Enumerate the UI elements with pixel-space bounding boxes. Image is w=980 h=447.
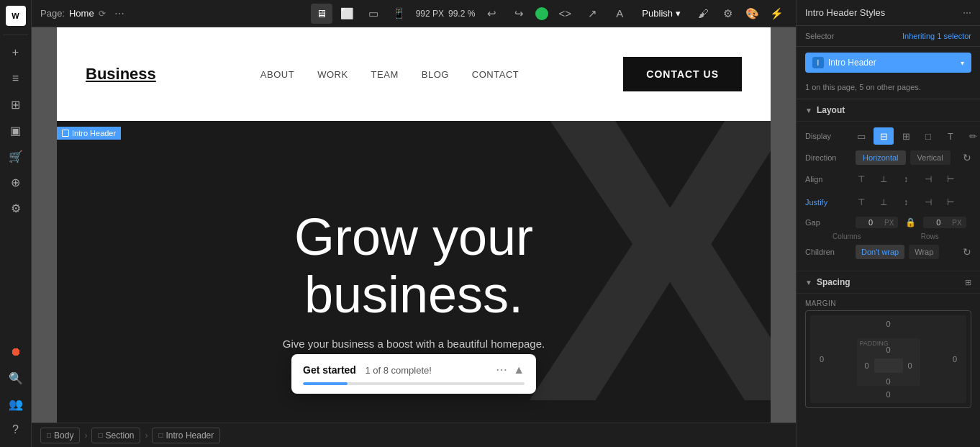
main-area: Page: Home ⟳ ⋯ 🖥 ⬜ ▭ 📱 992 PX 99.2 % ↩ ↪… [32,0,796,447]
padding-left[interactable]: 0 [860,361,874,370]
device-desktop-btn[interactable]: 🖥 [311,4,332,24]
padding-right[interactable]: 0 [903,361,917,370]
brush-icon[interactable]: 🖌 [692,4,714,24]
page-label: Page: [40,8,65,19]
nav-link-about[interactable]: ABOUT [260,69,294,80]
display-text-btn[interactable]: T [940,127,961,145]
undo-btn[interactable]: ↩ [481,4,502,24]
display-custom-btn[interactable]: ✏ [963,127,980,145]
direction-vertical-btn[interactable]: Vertical [910,150,950,165]
align-middle-btn[interactable]: ⊣ [918,171,938,188]
sidebar-icon-record[interactable]: ⏺ [4,340,27,364]
device-tablet-btn[interactable]: ⬜ [337,4,358,24]
device-mobile-btn[interactable]: 📱 [389,4,410,24]
padding-sides: 0 0 [857,356,920,376]
gap-col-unit: PX [884,219,894,227]
display-none-btn[interactable]: □ [918,127,938,145]
direction-label: Direction [805,153,851,162]
nav-cta-button[interactable]: CONTACT US [623,57,742,91]
code-btn[interactable]: <> [554,4,576,24]
sidebar-icon-layers[interactable]: ≡ [4,67,27,90]
canvas-wrapper: Intro Header Business ABOUT WORK TEAM BL… [32,27,796,423]
spacing-extra-icon[interactable]: ⊞ [965,278,971,287]
justify-center-btn[interactable]: ⊥ [874,194,894,211]
ai-btn[interactable]: A [609,4,630,24]
breadcrumb-intro-label: Intro Header [166,430,214,441]
align-icons: ⊤ ⊥ ↕ ⊣ ⊢ [851,171,961,188]
justify-space-btn[interactable]: ⊣ [918,194,938,211]
direction-horizontal-btn[interactable]: Horizontal [856,150,906,165]
right-icons: 🖌 ⚙ 🎨 ⚡ [692,4,787,24]
sidebar-icon-components[interactable]: ⊞ [4,93,27,116]
gear-icon[interactable]: ⚙ [717,4,738,24]
page-name[interactable]: Home [69,8,94,19]
margin-sides: 0 PADDING 0 0 0 0 0 [815,330,962,389]
dont-wrap-btn[interactable]: Don't wrap [856,245,904,259]
breadcrumb-body-label: Body [54,430,73,441]
intro-header-checkbox[interactable] [62,130,69,137]
margin-bottom[interactable]: 0 [815,390,962,399]
align-bottom-btn[interactable]: ⊢ [940,171,961,188]
wrap-btn[interactable]: Wrap [909,245,939,259]
device-tablet-landscape-btn[interactable]: ▭ [363,4,384,24]
sidebar-icon-add[interactable]: + [4,41,27,64]
nav-link-blog[interactable]: BLOG [422,69,449,80]
gap-col-input[interactable]: PX [856,217,898,228]
gap-col-value[interactable] [860,218,881,227]
layout-arrow-icon: ▼ [805,107,812,114]
display-icons: ▭ ⊟ ⊞ □ T ✏ [851,127,980,145]
page-info: 1 on this page, 5 on other pages. [797,78,980,99]
breadcrumb-section[interactable]: □ Section [91,428,140,443]
intro-header-tag[interactable]: Intro Header [57,127,121,140]
inherit-link[interactable]: 1 selector [937,32,971,40]
toast-more-icon[interactable]: ⋯ [496,363,507,376]
topbar-menu-dots[interactable]: ⋯ [114,8,124,19]
selector-dropdown[interactable]: I Intro Header ▾ [805,53,971,73]
nav-links: ABOUT WORK TEAM BLOG CONTACT [185,69,594,80]
margin-top[interactable]: 0 [815,320,962,328]
justify-start-btn[interactable]: ⊤ [851,194,871,211]
gap-row-value[interactable] [927,218,949,227]
publish-button[interactable]: Publish ▾ [636,5,686,22]
margin-left[interactable]: 0 [815,355,829,364]
sidebar-icon-search[interactable]: 🔍 [4,366,27,389]
gap-row-input[interactable]: PX [923,217,966,228]
padding-bottom[interactable]: 0 [857,377,920,386]
sidebar-icon-pages[interactable]: ▣ [4,119,27,142]
nav-link-contact[interactable]: CONTACT [472,69,519,80]
margin-right[interactable]: 0 [948,355,962,364]
lightning-icon[interactable]: ⚡ [766,4,787,24]
sidebar-icon-apps[interactable]: ⊕ [4,171,27,194]
layout-section-header[interactable]: ▼ Layout [797,99,980,122]
nav-link-team[interactable]: TEAM [371,69,399,80]
align-top-center-btn[interactable]: ⊥ [874,171,894,188]
justify-end-btn[interactable]: ⊢ [940,194,961,211]
palette-icon[interactable]: 🎨 [741,4,763,24]
gap-lock-icon[interactable]: 🔒 [905,217,916,227]
children-extra-icon[interactable]: ↻ [963,246,971,258]
bottom-bar: □ Body › □ Section › □ Intro Header [32,423,796,447]
align-top-btn[interactable]: ↕ [896,171,916,188]
display-flex-btn[interactable]: ⊟ [874,127,894,145]
toast-collapse-icon[interactable]: ▲ [513,364,525,376]
nav-link-work[interactable]: WORK [317,69,348,80]
top-bar: Page: Home ⟳ ⋯ 🖥 ⬜ ▭ 📱 992 PX 99.2 % ↩ ↪… [32,0,796,27]
justify-middle-btn[interactable]: ↕ [896,194,916,211]
breadcrumb-intro-header[interactable]: □ Intro Header [152,428,220,443]
redo-btn[interactable]: ↪ [508,4,530,24]
hero-subtitle: Give your business a boost with a beauti… [283,338,545,350]
display-grid-btn[interactable]: ⊞ [896,127,916,145]
sidebar-icon-settings[interactable]: ⚙ [4,197,27,220]
sidebar-icon-store[interactable]: 🛒 [4,145,27,168]
panel-more-icon[interactable]: ⋯ [963,8,971,18]
sidebar-icon-people[interactable]: 👥 [4,392,27,415]
align-top-left-btn[interactable]: ⊤ [851,171,871,188]
share-btn[interactable]: ↗ [581,4,603,24]
display-block-btn[interactable]: ▭ [851,127,871,145]
direction-extra-icon[interactable]: ↻ [963,152,971,163]
breadcrumb-body[interactable]: □ Body [40,428,80,443]
sync-icon: ⟳ [99,9,106,19]
spacing-section-header[interactable]: ▼ Spacing ⊞ [797,271,980,294]
site-logo-icon[interactable]: W [6,6,26,26]
sidebar-icon-help[interactable]: ? [4,418,27,441]
